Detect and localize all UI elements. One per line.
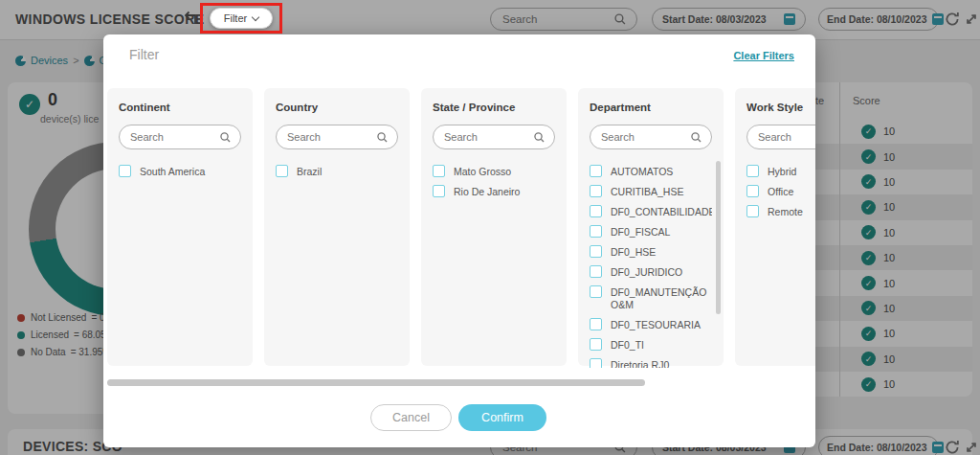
checkbox-list: Hybrid Office Remote	[746, 165, 815, 218]
checkbox-label: AUTOMATOS	[611, 165, 673, 178]
checkbox-item: DF0_MANUTENÇÃO O&M	[590, 285, 712, 311]
filter-columns: Continent South America	[107, 88, 815, 366]
checkbox-list: Brazil	[276, 165, 398, 178]
checkbox-label: DF0_TI	[611, 338, 644, 352]
checkbox-label: DF0_JURIDICO	[611, 265, 682, 279]
checkbox[interactable]	[746, 165, 759, 177]
checkbox-item: DF0_TI	[590, 338, 712, 352]
search-input[interactable]	[128, 130, 210, 144]
search-input[interactable]	[756, 130, 815, 144]
checkbox-item: Brazil	[276, 165, 398, 178]
checkbox[interactable]	[590, 265, 602, 278]
column-search[interactable]	[433, 125, 555, 149]
checkbox[interactable]	[590, 185, 602, 197]
filter-column-continent: Continent South America	[107, 88, 253, 366]
confirm-button[interactable]: Confirm	[458, 404, 546, 431]
checkbox[interactable]	[746, 205, 759, 217]
checkbox-list: South America	[119, 165, 241, 178]
column-title: Department	[590, 102, 712, 113]
checkbox-label: DF0_FISCAL	[611, 225, 670, 239]
horizontal-scrollbar[interactable]	[107, 379, 645, 386]
checkbox-list: Mato Grosso Rio De Janeiro	[433, 165, 555, 198]
checkbox[interactable]	[590, 358, 602, 368]
checkbox-label: Mato Grosso	[454, 165, 511, 178]
filter-modal: Filter Clear Filters Continent South Am	[103, 34, 815, 447]
annotation-red-box	[200, 3, 282, 34]
checkbox-label: Hybrid	[768, 165, 796, 178]
filter-column-country: Country Brazil	[264, 88, 410, 366]
checkbox[interactable]	[590, 285, 602, 298]
checkbox-item: Hybrid	[746, 165, 815, 178]
screen: WINDOWS LICENSE SCORE Start Date: 08/03/…	[0, 0, 980, 455]
column-search[interactable]	[746, 125, 815, 149]
cancel-button[interactable]: Cancel	[370, 404, 452, 431]
checkbox-item: AUTOMATOS	[590, 165, 712, 178]
search-icon	[533, 131, 546, 144]
checkbox[interactable]	[746, 185, 759, 197]
checkbox-label: DF0_CONTABILIDADE	[611, 205, 712, 218]
filter-column-department: Department AUTOMATOS	[578, 88, 724, 366]
column-search[interactable]	[590, 125, 712, 149]
checkbox-label: Remote	[768, 205, 803, 218]
checkbox-item: DF0_HSE	[590, 245, 712, 259]
search-input[interactable]	[285, 130, 367, 144]
checkbox-item: Diretoria RJ0	[590, 358, 712, 368]
checkbox-label: DF0_TESOURARIA	[611, 318, 701, 331]
checkbox-label: Rio De Janeiro	[454, 185, 520, 198]
checkbox[interactable]	[590, 225, 602, 238]
modal-title: Filter	[129, 47, 159, 62]
search-input[interactable]	[599, 130, 680, 144]
search-icon	[690, 131, 702, 144]
checkbox-item: Remote	[746, 205, 815, 218]
search-icon	[376, 131, 389, 144]
checkbox-item: CURITIBA_HSE	[590, 185, 712, 198]
checkbox[interactable]	[433, 165, 445, 177]
column-title: State / Province	[433, 102, 555, 113]
column-title: Work Style	[746, 102, 815, 113]
search-icon	[219, 131, 232, 144]
checkbox-list: AUTOMATOS CURITIBA_HSE DF0_CONTABILIDADE	[590, 165, 712, 368]
checkbox-label: South America	[140, 165, 205, 178]
checkbox[interactable]	[276, 165, 288, 177]
checkbox-item: DF0_CONTABILIDADE	[590, 205, 712, 218]
column-title: Country	[276, 102, 398, 113]
checkbox-item: Office	[746, 185, 815, 198]
search-input[interactable]	[442, 130, 523, 144]
checkbox-label: DF0_HSE	[611, 245, 656, 259]
column-search[interactable]	[276, 125, 398, 149]
checkbox[interactable]	[590, 205, 602, 217]
checkbox[interactable]	[119, 165, 131, 177]
checkbox[interactable]	[590, 165, 602, 177]
checkbox[interactable]	[433, 185, 445, 197]
checkbox-item: DF0_FISCAL	[590, 225, 712, 239]
checkbox-item: DF0_JURIDICO	[590, 265, 712, 279]
column-search[interactable]	[119, 125, 241, 149]
checkbox-label: CURITIBA_HSE	[611, 185, 683, 198]
column-title: Continent	[119, 102, 241, 113]
checkbox-label: DF0_MANUTENÇÃO O&M	[611, 285, 712, 311]
checkbox[interactable]	[590, 245, 602, 258]
checkbox-item: DF0_TESOURARIA	[590, 318, 712, 331]
checkbox-label: Diretoria RJ0	[611, 358, 669, 368]
checkbox[interactable]	[590, 318, 602, 330]
checkbox-label: Office	[768, 185, 793, 198]
filter-column-work-style: Work Style Hybrid	[735, 88, 815, 366]
filter-column-state: State / Province Mato Grosso	[421, 88, 567, 366]
checkbox[interactable]	[590, 338, 602, 351]
checkbox-item: South America	[119, 165, 241, 178]
checkbox-label: Brazil	[297, 165, 322, 178]
checkbox-item: Mato Grosso	[433, 165, 555, 178]
clear-filters-link[interactable]: Clear Filters	[733, 50, 794, 61]
vertical-scrollbar[interactable]	[716, 161, 721, 314]
checkbox-item: Rio De Janeiro	[433, 185, 555, 198]
